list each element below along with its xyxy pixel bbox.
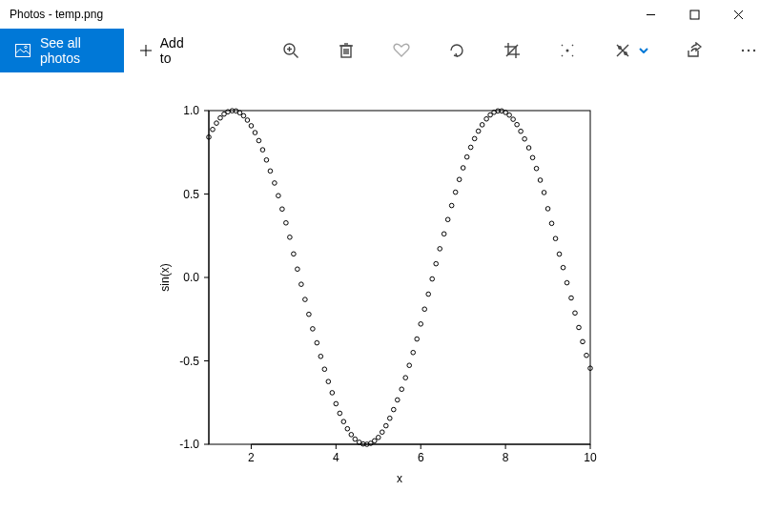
svg-point-112 (425, 292, 430, 297)
svg-point-68 (257, 138, 261, 143)
svg-point-31 (753, 50, 755, 51)
svg-point-153 (584, 353, 588, 358)
svg-text:0.5: 0.5 (183, 188, 199, 201)
svg-point-124 (472, 136, 477, 141)
chart-x-label: x (397, 472, 402, 485)
svg-point-146 (557, 252, 562, 256)
svg-text:0.0: 0.0 (183, 271, 199, 284)
svg-point-73 (276, 194, 280, 198)
svg-point-136 (518, 129, 523, 133)
plus-icon (139, 44, 153, 57)
svg-point-70 (264, 158, 269, 163)
svg-point-140 (534, 166, 539, 171)
crop-button[interactable] (501, 39, 524, 62)
svg-point-120 (457, 177, 462, 182)
photo-collection-icon (15, 44, 31, 57)
svg-line-9 (294, 53, 298, 58)
see-all-photos-button[interactable]: See all photos (0, 29, 124, 72)
svg-point-111 (421, 307, 426, 312)
svg-text:2: 2 (248, 451, 255, 464)
window-title: Photos - temp.png (10, 8, 628, 21)
svg-point-127 (483, 116, 488, 121)
svg-point-86 (326, 379, 331, 384)
svg-text:10: 10 (584, 451, 597, 464)
svg-point-75 (283, 220, 288, 225)
svg-point-93 (353, 437, 358, 441)
svg-point-149 (568, 296, 573, 300)
chevron-down-icon (638, 45, 649, 56)
svg-point-90 (341, 419, 346, 424)
svg-point-141 (538, 178, 543, 183)
svg-point-99 (376, 436, 380, 440)
svg-point-85 (322, 367, 327, 372)
maximize-button[interactable] (672, 0, 716, 29)
svg-point-150 (572, 311, 577, 316)
svg-point-144 (549, 221, 554, 226)
svg-point-80 (302, 297, 307, 302)
svg-point-135 (514, 122, 519, 127)
svg-point-139 (530, 155, 535, 160)
svg-point-122 (464, 154, 469, 159)
favorite-button[interactable] (390, 39, 413, 62)
svg-point-92 (349, 433, 354, 438)
svg-point-84 (318, 354, 323, 358)
svg-point-56 (210, 127, 215, 132)
svg-point-145 (553, 236, 558, 241)
window-titlebar: Photos - temp.png (0, 0, 760, 29)
edit-icon (611, 39, 634, 62)
svg-point-83 (315, 340, 319, 345)
add-to-label: Add to (160, 35, 190, 66)
svg-point-142 (542, 191, 546, 195)
svg-point-109 (414, 337, 419, 341)
svg-point-63 (237, 111, 242, 115)
svg-point-78 (295, 267, 299, 272)
close-button[interactable] (716, 0, 760, 29)
window-controls (628, 0, 760, 29)
svg-point-30 (748, 50, 750, 51)
share-button[interactable] (682, 39, 705, 62)
svg-point-29 (742, 50, 744, 51)
svg-point-105 (399, 387, 403, 392)
svg-point-133 (506, 113, 511, 117)
rotate-button[interactable] (445, 39, 468, 62)
svg-point-113 (429, 276, 434, 281)
svg-point-57 (214, 121, 218, 126)
svg-point-151 (576, 325, 581, 330)
svg-point-147 (561, 265, 565, 270)
svg-point-102 (387, 416, 392, 420)
svg-point-104 (395, 398, 400, 402)
chart-points (206, 109, 592, 446)
svg-point-23 (566, 50, 569, 52)
svg-point-119 (453, 190, 458, 194)
svg-point-91 (345, 426, 350, 431)
svg-point-110 (418, 322, 422, 327)
svg-point-106 (402, 376, 407, 380)
spot-fix-button[interactable] (556, 39, 579, 62)
svg-rect-32 (209, 111, 590, 444)
toolbar: See all photos Add to (0, 29, 760, 72)
chart-x-axis: 246810 (248, 444, 597, 464)
svg-point-101 (383, 423, 388, 428)
svg-point-138 (526, 146, 531, 151)
zoom-in-button[interactable] (279, 39, 302, 62)
svg-point-71 (268, 169, 273, 174)
svg-point-121 (461, 166, 465, 171)
svg-point-69 (260, 148, 265, 153)
svg-point-87 (330, 391, 335, 396)
svg-point-115 (437, 247, 442, 252)
svg-point-108 (410, 350, 415, 355)
svg-point-137 (522, 136, 526, 141)
svg-text:-1.0: -1.0 (179, 438, 199, 451)
more-button[interactable] (737, 39, 760, 62)
svg-point-74 (279, 207, 284, 212)
add-to-button[interactable]: Add to (124, 29, 205, 72)
delete-button[interactable] (335, 39, 358, 62)
svg-point-103 (391, 407, 396, 412)
minimize-button[interactable] (628, 0, 672, 29)
edit-button[interactable] (611, 39, 649, 62)
image-viewport[interactable]: -1.0-0.50.00.51.0 246810 sin(x) x (0, 72, 760, 532)
see-all-photos-label: See all photos (40, 35, 109, 66)
svg-point-114 (433, 261, 438, 266)
svg-point-89 (338, 411, 342, 416)
svg-point-134 (510, 117, 515, 122)
